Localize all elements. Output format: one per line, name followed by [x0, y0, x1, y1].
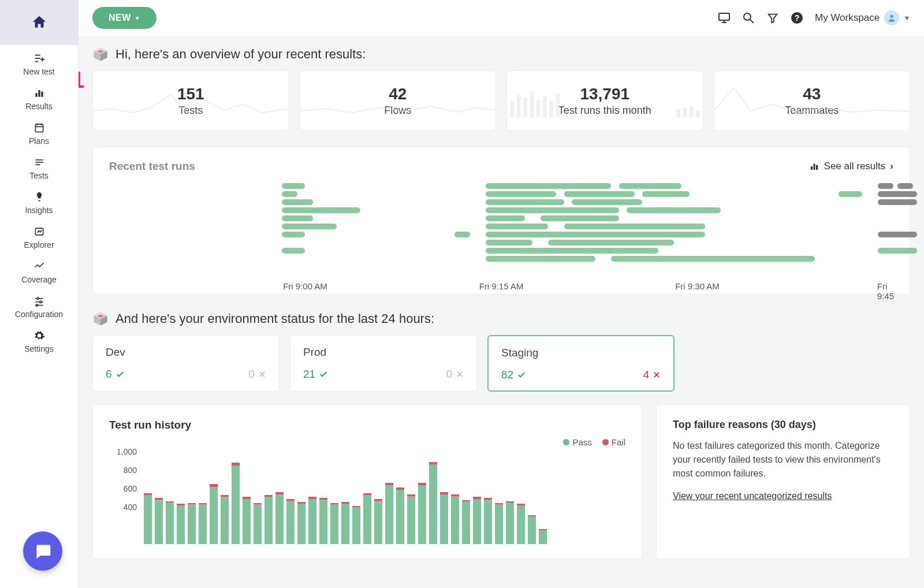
sidebar-item-label: Configuration	[15, 310, 63, 319]
new-test-icon	[33, 52, 46, 65]
failures-body: No test failures categorized this month.…	[673, 439, 893, 481]
run-bar[interactable]	[454, 232, 470, 237]
svg-rect-5	[35, 93, 37, 97]
run-bar[interactable]	[282, 215, 313, 221]
env-card-prod[interactable]: Prod 21 0	[290, 335, 477, 392]
svg-rect-37	[523, 98, 527, 117]
legend-pass: Pass	[563, 437, 591, 447]
search-button[interactable]	[736, 6, 761, 30]
run-bar[interactable]	[541, 215, 619, 221]
run-bar[interactable]	[619, 183, 682, 189]
svg-rect-8	[35, 124, 43, 132]
run-bar[interactable]	[282, 207, 360, 213]
env-card-dev[interactable]: Dev 6 0	[92, 335, 280, 392]
sparkline	[714, 81, 910, 121]
configuration-icon	[33, 295, 46, 307]
run-bar[interactable]	[282, 224, 337, 229]
run-bar[interactable]	[282, 248, 305, 254]
run-bar[interactable]	[878, 183, 893, 189]
run-bar[interactable]	[839, 191, 862, 197]
help-icon: ?	[790, 11, 804, 25]
sidebar-home[interactable]	[0, 0, 78, 45]
svg-rect-38	[530, 91, 534, 117]
svg-rect-6	[38, 90, 40, 97]
history-legend: Pass Fail	[109, 437, 625, 447]
workspace-label: My Workspace	[815, 12, 880, 24]
failures-link[interactable]: View your recent uncategorized results	[673, 491, 832, 501]
svg-rect-44	[683, 107, 687, 117]
sidebar-item-coverage[interactable]: Coverage	[0, 253, 78, 288]
history-panel: Test run history Pass Fail 4006008001,00…	[92, 404, 642, 559]
run-bar[interactable]	[486, 199, 564, 205]
run-bar[interactable]	[486, 240, 532, 245]
workspace-selector[interactable]: My Workspace ▼	[815, 10, 910, 25]
avatar-icon	[884, 10, 899, 25]
run-bar[interactable]	[486, 215, 525, 221]
caret-down-icon: ▼	[904, 14, 910, 21]
help-button[interactable]: ?	[785, 6, 809, 30]
sidebar-item-explorer[interactable]: Explorer	[0, 218, 78, 253]
run-bar[interactable]	[486, 232, 705, 237]
run-bar[interactable]	[486, 224, 549, 229]
sidebar-item-results[interactable]: Results	[0, 80, 78, 114]
run-bar[interactable]	[564, 191, 635, 197]
run-bar[interactable]	[627, 207, 721, 213]
sidebar-item-label: New test	[23, 67, 54, 76]
stat-card-flows[interactable]: 42 Flows	[300, 70, 497, 131]
svg-text:?: ?	[795, 13, 800, 23]
svg-rect-46	[696, 110, 700, 117]
svg-line-26	[750, 20, 754, 23]
run-bar[interactable]	[878, 191, 917, 197]
run-bar[interactable]	[611, 256, 815, 262]
run-bar[interactable]	[486, 207, 619, 213]
sidebar-item-settings[interactable]: Settings	[0, 322, 78, 357]
cube-icon	[92, 311, 109, 327]
run-bar[interactable]	[282, 183, 305, 189]
failures-panel: Top failure reasons (30 days) No test fa…	[656, 404, 910, 559]
run-bar[interactable]	[878, 232, 917, 237]
sparkline	[93, 81, 288, 121]
sidebar-item-configuration[interactable]: Configuration	[0, 288, 78, 322]
svg-rect-43	[676, 109, 680, 117]
run-bar[interactable]	[548, 240, 673, 245]
stat-card-runs[interactable]: 13,791 Test runs this month	[506, 70, 703, 131]
sidebar-item-label: Coverage	[21, 275, 57, 284]
env-fail-count: 0	[248, 368, 266, 381]
run-bar[interactable]	[564, 224, 705, 229]
run-bar[interactable]	[572, 199, 642, 205]
insights-icon	[33, 191, 46, 203]
run-bar[interactable]	[486, 191, 556, 197]
env-name: Prod	[303, 346, 464, 359]
run-bar[interactable]	[878, 199, 917, 205]
run-bar[interactable]	[282, 199, 313, 205]
run-bar[interactable]	[282, 232, 305, 237]
see-all-results-link[interactable]: See all results ›	[809, 161, 893, 172]
stat-card-teammates[interactable]: 43 Teammates	[714, 70, 911, 131]
filter-button[interactable]	[761, 6, 785, 30]
sidebar-item-plans[interactable]: Plans	[0, 114, 78, 149]
env-name: Staging	[501, 347, 661, 359]
run-bar[interactable]	[486, 183, 611, 189]
run-bar[interactable]	[486, 256, 595, 262]
run-bar[interactable]	[282, 191, 297, 197]
search-icon	[742, 11, 755, 25]
env-card-staging[interactable]: Staging 82 4	[487, 335, 675, 392]
run-bar[interactable]	[642, 191, 689, 197]
run-bar[interactable]	[897, 183, 913, 189]
monitor-button[interactable]	[712, 6, 736, 30]
sidebar-item-new-test[interactable]: New test	[0, 45, 78, 80]
chat-launcher[interactable]	[23, 531, 62, 571]
ytick: 400	[124, 503, 137, 512]
sidebar-item-label: Insights	[25, 206, 53, 215]
run-bar[interactable]	[878, 248, 917, 254]
svg-rect-48	[813, 164, 815, 170]
stat-card-tests[interactable]: 151 Tests	[92, 70, 289, 131]
sidebar-item-label: Tests	[29, 171, 49, 180]
annotation-marker-1: 1	[79, 67, 84, 93]
new-button[interactable]: NEW ▼	[92, 7, 157, 29]
sidebar-item-insights[interactable]: Insights	[0, 184, 78, 218]
new-button-label: NEW	[109, 13, 131, 23]
run-bar[interactable]	[486, 248, 658, 254]
failures-title: Top failure reasons (30 days)	[673, 419, 893, 431]
sidebar-item-tests[interactable]: Tests	[0, 149, 78, 184]
